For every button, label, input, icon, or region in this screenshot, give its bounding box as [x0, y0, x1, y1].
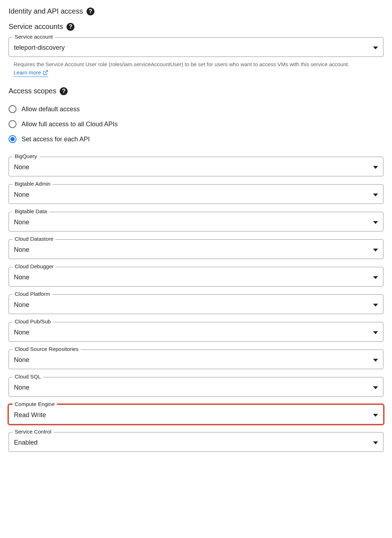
api-scope-select[interactable]: Compute EngineRead Write	[9, 405, 383, 424]
radio-full-access[interactable]: Allow full access to all Cloud APIs	[9, 117, 383, 132]
identity-api-heading: Identity and API access ?	[9, 7, 383, 15]
api-scope-label: BigQuery	[13, 153, 39, 159]
api-scope-value: None	[14, 384, 29, 391]
api-scope-list: BigQueryNoneBigtable AdminNoneBigtable D…	[9, 157, 383, 452]
radio-inner-icon	[10, 137, 15, 141]
api-scope-label: Cloud Datastore	[13, 236, 55, 242]
radio-button-icon	[9, 105, 16, 113]
api-scope-select[interactable]: Cloud Pub/SubNone	[9, 322, 383, 342]
api-scope-select[interactable]: Cloud Source RepositoriesNone	[9, 349, 383, 369]
api-scope-value: None	[14, 301, 29, 309]
help-icon[interactable]: ?	[60, 87, 68, 95]
service-account-select[interactable]: Service account teleport-discovery	[9, 37, 383, 57]
radio-button-icon	[9, 120, 16, 128]
api-scope-value: None	[14, 163, 29, 171]
api-scope-label: Cloud SQL	[13, 373, 43, 380]
api-scope-value: Read Write	[14, 411, 46, 419]
api-scope-value: None	[14, 191, 29, 199]
service-account-helper: Requires the Service Account User role (…	[9, 60, 383, 77]
radio-button-selected-icon	[9, 135, 16, 143]
helper-text-content: Requires the Service Account User role (…	[14, 61, 349, 67]
radio-full-label: Allow full access to all Cloud APIs	[21, 121, 118, 128]
radio-default-access[interactable]: Allow default access	[9, 102, 383, 117]
learn-more-link[interactable]: Learn more	[14, 69, 48, 77]
help-icon[interactable]: ?	[87, 8, 94, 15]
identity-api-title: Identity and API access	[9, 7, 83, 15]
help-icon[interactable]: ?	[67, 23, 74, 31]
chevron-down-icon	[373, 221, 378, 224]
api-scope-value: None	[14, 219, 29, 226]
chevron-down-icon	[373, 194, 378, 196]
access-scopes-title: Access scopes	[9, 87, 56, 95]
api-scope-select[interactable]: Bigtable AdminNone	[9, 184, 383, 204]
chevron-down-icon	[373, 386, 378, 389]
api-scope-value: None	[14, 329, 29, 336]
radio-default-label: Allow default access	[21, 106, 80, 113]
api-scope-select[interactable]: Cloud SQLNone	[9, 377, 383, 397]
api-scope-value: None	[14, 356, 29, 364]
chevron-down-icon	[373, 441, 378, 444]
api-scope-label: Bigtable Data	[13, 208, 49, 214]
service-account-value: teleport-discovery	[14, 44, 65, 52]
api-scope-select[interactable]: Cloud DatastoreNone	[9, 239, 383, 259]
api-scope-label: Cloud Source Repositories	[13, 346, 80, 352]
api-scope-select[interactable]: Bigtable DataNone	[9, 212, 383, 231]
api-scope-label: Service Control	[13, 429, 54, 435]
api-scope-select[interactable]: BigQueryNone	[9, 157, 383, 176]
chevron-down-icon	[373, 249, 378, 251]
service-accounts-heading: Service accounts ?	[9, 23, 383, 31]
api-scope-select[interactable]: Cloud DebuggerNone	[9, 267, 383, 287]
service-account-label: Service account	[13, 34, 55, 40]
svg-line-0	[45, 70, 47, 73]
chevron-down-icon	[373, 166, 378, 169]
chevron-down-icon	[373, 276, 378, 279]
api-scope-select[interactable]: Service ControlEnabled	[9, 432, 383, 452]
api-scope-value: None	[14, 246, 29, 254]
chevron-down-icon	[373, 304, 378, 307]
chevron-down-icon	[373, 414, 378, 417]
radio-each-label: Set access for each API	[21, 136, 90, 143]
external-link-icon	[43, 70, 48, 75]
api-scope-label: Bigtable Admin	[13, 181, 53, 187]
chevron-down-icon	[373, 47, 378, 49]
chevron-down-icon	[373, 359, 378, 362]
learn-more-text: Learn more	[14, 69, 41, 77]
api-scope-label: Cloud Debugger	[13, 263, 56, 269]
api-scope-label: Compute Engine	[13, 401, 57, 407]
access-scopes-radio-group: Allow default access Allow full access t…	[9, 102, 383, 147]
radio-each-api[interactable]: Set access for each API	[9, 132, 383, 147]
access-scopes-heading: Access scopes ?	[9, 87, 383, 95]
service-accounts-title: Service accounts	[9, 23, 63, 31]
api-scope-value: None	[14, 274, 29, 281]
api-scope-select[interactable]: Cloud PlatformNone	[9, 294, 383, 314]
api-scope-value: Enabled	[14, 439, 38, 446]
chevron-down-icon	[373, 331, 378, 334]
api-scope-label: Cloud Pub/Sub	[13, 318, 53, 324]
api-scope-label: Cloud Platform	[13, 291, 52, 297]
